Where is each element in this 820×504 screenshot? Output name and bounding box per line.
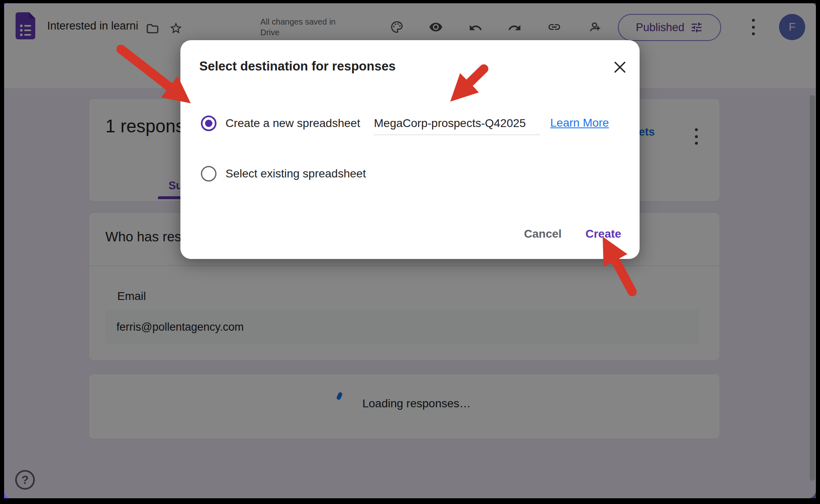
learn-more-link[interactable]: Learn More [550,116,609,129]
option-select-existing-spreadsheet[interactable]: Select existing spreadsheet [201,166,366,182]
spreadsheet-name-input[interactable]: MegaCorp-prospects-Q42025 [374,112,540,135]
spreadsheet-name-value: MegaCorp-prospects-Q42025 [374,117,526,130]
option-existing-label: Select existing spreadsheet [226,167,366,180]
radio-unselected-icon[interactable] [201,166,216,182]
dialog-title: Select destination for responses [199,59,396,74]
app-window: Interested in learni All changes saved i… [4,3,816,498]
create-button[interactable]: Create [575,222,632,246]
cancel-button[interactable]: Cancel [513,222,572,246]
forms-responses-page: Interested in learni All changes saved i… [4,3,816,498]
option-new-label: Create a new spreadsheet [226,117,360,130]
select-destination-dialog: Select destination for responses Create … [180,40,640,259]
close-icon[interactable] [612,59,628,75]
option-create-new-spreadsheet[interactable]: Create a new spreadsheet [201,116,360,131]
radio-selected-icon[interactable] [201,116,216,131]
